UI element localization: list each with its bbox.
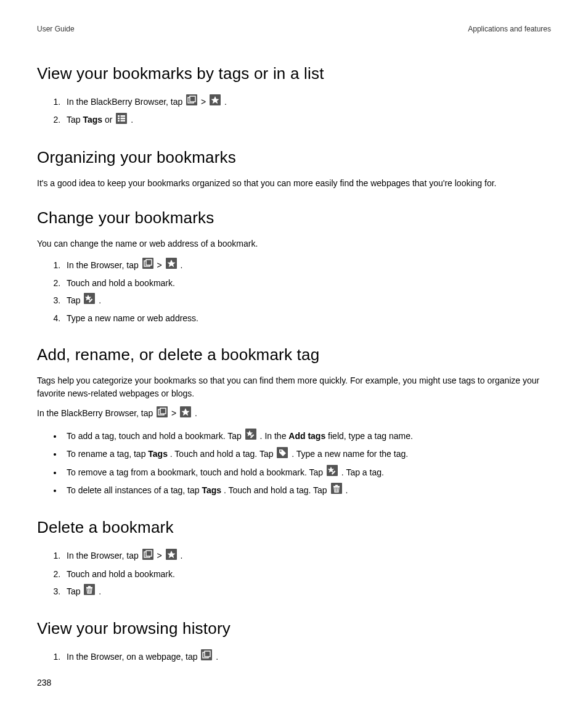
list-item: In the BlackBerry Browser, tap > . [63,93,551,111]
page: User Guide Applications and features Vie… [0,0,588,706]
trash-icon [84,583,95,601]
heading-delete: Delete a bookmark [37,518,551,537]
list-item: Tap . [63,583,551,601]
star-icon [166,257,177,274]
list-item: Tap Tags or . [63,111,551,129]
header-right: Applications and features [468,25,551,33]
list-item: Tap . [63,292,551,310]
steps-change: In the Browser, tap > . Touch and hold a… [37,257,551,327]
intro-addrename: In the BlackBerry Browser, tap > . [37,406,551,421]
page-number: 238 [37,678,51,688]
heading-history: View your browsing history [37,619,551,638]
steps-view-bookmarks: In the BlackBerry Browser, tap > . Tap T… [37,93,551,129]
steps-history: In the Browser, on a webpage, tap . [37,648,551,666]
page-header: User Guide Applications and features [37,25,551,33]
heading-view-bookmarks: View your bookmarks by tags or in a list [37,64,551,83]
bold-text: Tags [202,485,221,495]
tabs-icon [157,406,168,421]
heading-change: Change your bookmarks [37,208,551,228]
star-edit-icon [245,428,256,445]
bold-text: Tags [83,115,102,125]
star-edit-icon [327,464,338,482]
tabs-icon [186,94,197,111]
trash-icon [331,482,342,499]
body-organizing: It's a good idea to keep your bookmarks … [37,177,551,190]
list-item: In the Browser, on a webpage, tap . [63,648,551,666]
steps-delete: In the Browser, tap > . Touch and hold a… [37,547,551,601]
header-left: User Guide [37,25,75,33]
bold-text: Tags [148,449,168,459]
tag-icon [277,446,288,464]
star-icon [210,94,221,111]
body-change: You can change the name or web address o… [37,237,551,250]
list-item: In the Browser, tap > . [63,257,551,274]
heading-organizing: Organizing your bookmarks [37,148,551,167]
list-item: To add a tag, touch and hold a bookmark.… [63,427,551,445]
list-item: To rename a tag, tap Tags . Touch and ho… [63,445,551,463]
star-icon [166,548,177,565]
body-addrename: Tags help you categorize your bookmarks … [37,374,551,400]
list-item: To remove a tag from a bookmark, touch a… [63,464,551,482]
list-item: Type a new name or web address. [63,310,551,327]
tabs-icon [142,257,153,274]
list-item: In the Browser, tap > . [63,547,551,565]
bold-text: Add tags [288,431,325,441]
list-item: Touch and hold a bookmark. [63,565,551,583]
list-icon [116,112,127,129]
heading-addrename: Add, rename, or delete a bookmark tag [37,345,551,364]
list-item: Touch and hold a bookmark. [63,274,551,292]
star-icon [180,406,191,421]
tabs-icon [142,548,153,565]
tabs-icon [201,649,212,666]
bullets-addrename: To add a tag, touch and hold a bookmark.… [37,427,551,499]
list-item: To delete all instances of a tag, tap Ta… [63,482,551,499]
star-edit-icon [84,292,95,310]
